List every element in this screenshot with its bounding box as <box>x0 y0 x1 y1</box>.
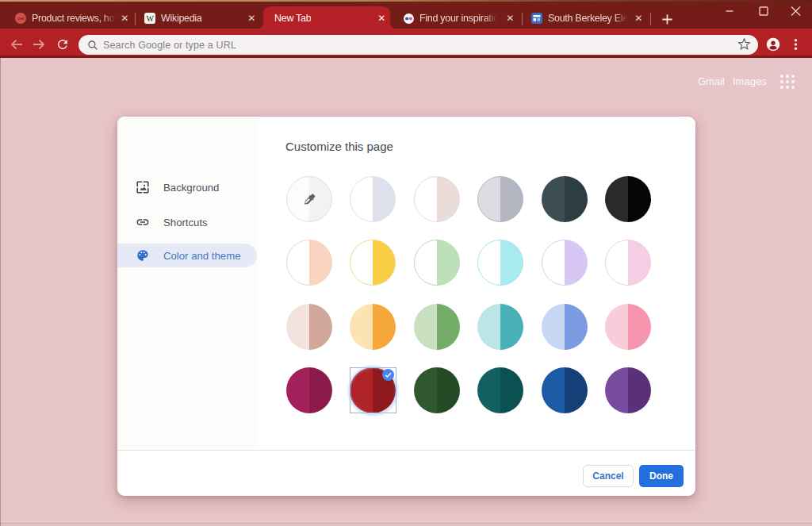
svg-text:cnet: cnet <box>17 16 25 21</box>
svg-text:W: W <box>146 14 154 23</box>
